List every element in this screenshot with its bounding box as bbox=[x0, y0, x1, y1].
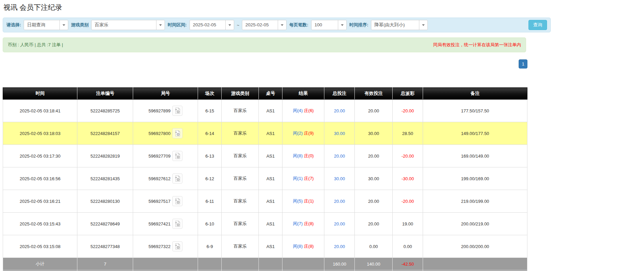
video-replay-button[interactable] bbox=[172, 151, 182, 161]
cell-game-type: 百家乐 bbox=[222, 122, 259, 145]
cell-total-bet[interactable]: 20.00 bbox=[324, 213, 355, 235]
summary-label: 小计 bbox=[3, 258, 77, 270]
cell-session: 6-11 bbox=[198, 190, 222, 213]
cell-game-type: 百家乐 bbox=[222, 100, 259, 122]
page-1-button[interactable]: 1 bbox=[519, 59, 527, 69]
chevron-down-icon[interactable] bbox=[419, 20, 427, 30]
cell-valid-bet: 20.00 bbox=[355, 100, 393, 122]
table-row: 2025-02-05 03:16:21 522248280130 5969275… bbox=[3, 190, 527, 213]
cell-table-no: AS1 bbox=[259, 145, 282, 167]
cell-table-no: AS1 bbox=[259, 167, 282, 190]
chevron-down-icon[interactable] bbox=[59, 20, 68, 30]
cell-total-bet[interactable]: 20.00 bbox=[324, 235, 355, 258]
video-file-icon bbox=[174, 175, 180, 182]
result-player: 闲(7) bbox=[293, 221, 303, 226]
table-footer: 小计 7 160.00 140.00 -42.50 总计 7 160.00 14… bbox=[3, 258, 527, 271]
table-header-row: 时间注单编号局号场次游戏类别桌号结果总投注有效投注总派彩备注 bbox=[3, 88, 527, 100]
result-player: 闲(8) bbox=[293, 244, 303, 249]
video-file-icon bbox=[174, 220, 180, 227]
chevron-down-icon[interactable] bbox=[338, 20, 346, 30]
cell-round-id: 596927421 bbox=[133, 213, 198, 235]
cell-game-type: 百家乐 bbox=[222, 235, 259, 258]
cell-round-id: 596927517 bbox=[133, 190, 198, 213]
cell-time: 2025-02-05 03:15:08 bbox=[3, 235, 77, 258]
round-id-value: 596927612 bbox=[149, 176, 171, 181]
result-player: 闲(4) bbox=[293, 108, 303, 113]
table-body: 2025-02-05 03:18:41 522248285725 5969278… bbox=[3, 100, 527, 258]
video-replay-button[interactable] bbox=[172, 106, 182, 116]
cell-payout: -20.00 bbox=[393, 100, 423, 122]
cell-bet-id: 522248282819 bbox=[77, 145, 133, 167]
cell-total-bet[interactable]: 30.00 bbox=[324, 122, 355, 145]
cell-remark: 199.00/169.00 bbox=[423, 167, 527, 190]
table-row: 2025-02-05 03:16:56 522248281435 5969276… bbox=[3, 167, 527, 190]
cell-remark: 200.00/200.00 bbox=[423, 235, 527, 258]
cell-round-id: 596927322 bbox=[133, 235, 198, 258]
result-player: 闲(5) bbox=[293, 198, 303, 204]
cell-total-bet[interactable]: 20.00 bbox=[324, 190, 355, 213]
column-header: 结果 bbox=[282, 88, 324, 100]
cell-session: 6-12 bbox=[198, 167, 222, 190]
video-replay-button[interactable] bbox=[172, 196, 182, 206]
video-replay-button[interactable] bbox=[172, 128, 182, 138]
cell-time: 2025-02-05 03:15:43 bbox=[3, 213, 77, 235]
cell-remark: 219.00/199.00 bbox=[423, 190, 527, 213]
date-from-select[interactable]: 2025-02-05 bbox=[190, 20, 234, 30]
round-id-value: 596927421 bbox=[149, 221, 171, 226]
cell-remark: 169.00/149.00 bbox=[423, 145, 527, 167]
column-header: 局号 bbox=[133, 88, 198, 100]
column-header: 游戏类别 bbox=[222, 88, 259, 100]
game-type-select[interactable]: 百家乐 bbox=[91, 20, 165, 30]
video-replay-button[interactable] bbox=[172, 241, 182, 251]
date-range-separator: ~ bbox=[237, 23, 240, 28]
search-button[interactable]: 查询 bbox=[528, 20, 547, 30]
chevron-down-icon[interactable] bbox=[156, 20, 165, 30]
time-sort-label: 时间排序: bbox=[349, 22, 368, 28]
cell-table-no: AS1 bbox=[259, 235, 282, 258]
time-sort-select[interactable]: 降幂(由大到小) bbox=[371, 20, 428, 30]
cell-bet-id: 522248280130 bbox=[77, 190, 133, 213]
cell-total-bet[interactable]: 20.00 bbox=[324, 145, 355, 167]
page: 视讯 会员下注纪录 请选择: 日期查询 游戏类别 百家乐 时间区间: 2025-… bbox=[3, 0, 644, 271]
video-replay-button[interactable] bbox=[172, 219, 182, 229]
page-size-select[interactable]: 100 bbox=[311, 20, 347, 30]
cell-bet-id: 522248281435 bbox=[77, 167, 133, 190]
chevron-down-icon[interactable] bbox=[278, 20, 286, 30]
video-file-icon bbox=[174, 153, 180, 159]
cell-result: 闲(2) 庄(9) bbox=[282, 122, 324, 145]
cell-total-bet[interactable]: 30.00 bbox=[324, 167, 355, 190]
date-from-value: 2025-02-05 bbox=[190, 20, 225, 30]
cell-game-type: 百家乐 bbox=[222, 213, 259, 235]
filter-bar: 请选择: 日期查询 游戏类别 百家乐 时间区间: 2025-02-05 ~ 20… bbox=[3, 18, 551, 32]
video-file-icon bbox=[174, 107, 180, 114]
cell-bet-id: 522248284157 bbox=[77, 122, 133, 145]
cell-session: 6-13 bbox=[198, 145, 222, 167]
chevron-down-icon[interactable] bbox=[225, 20, 234, 30]
summary-valid-bet: 140.00 bbox=[355, 258, 393, 270]
pagination-top: 1 bbox=[3, 59, 527, 69]
cell-bet-id: 522248278649 bbox=[77, 213, 133, 235]
cell-game-type: 百家乐 bbox=[222, 145, 259, 167]
result-banker: 庄(1) bbox=[304, 198, 314, 204]
cell-table-no: AS1 bbox=[259, 100, 282, 122]
query-type-select[interactable]: 日期查询 bbox=[24, 20, 68, 30]
cell-session: 6-14 bbox=[198, 122, 222, 145]
game-type-label: 游戏类别 bbox=[71, 22, 89, 28]
cell-bet-id: 522248277348 bbox=[77, 235, 133, 258]
cell-session: 6-10 bbox=[198, 213, 222, 235]
video-replay-button[interactable] bbox=[172, 173, 182, 184]
cell-result: 闲(7) 庄(8) bbox=[282, 213, 324, 235]
time-sort-value: 降幂(由大到小) bbox=[371, 20, 419, 30]
cell-time: 2025-02-05 03:16:56 bbox=[3, 167, 77, 190]
cell-table-no: AS1 bbox=[259, 190, 282, 213]
summary-payout: -42.50 bbox=[393, 258, 423, 270]
cell-payout: -20.00 bbox=[393, 145, 423, 167]
round-id-value: 596927517 bbox=[149, 199, 171, 204]
result-banker: 庄(7) bbox=[304, 176, 314, 181]
date-to-select[interactable]: 2025-02-05 bbox=[242, 20, 287, 30]
result-banker: 庄(6) bbox=[304, 108, 314, 113]
video-file-icon bbox=[174, 243, 180, 250]
column-header: 总投注 bbox=[324, 88, 355, 100]
cell-total-bet[interactable]: 20.00 bbox=[324, 100, 355, 122]
cell-session: 6-15 bbox=[198, 100, 222, 122]
